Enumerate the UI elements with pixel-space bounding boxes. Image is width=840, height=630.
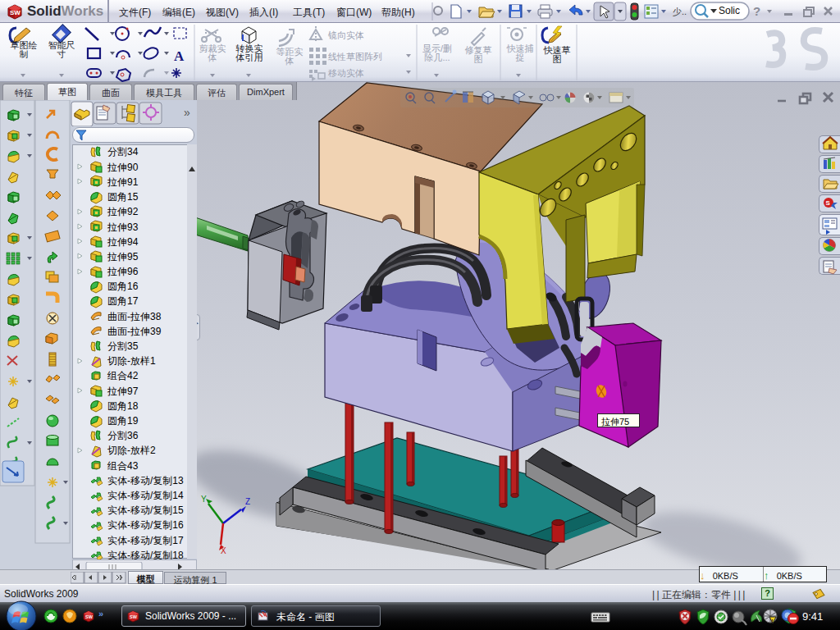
svg-text:实体-移动/复制13: 实体-移动/复制13	[107, 475, 184, 486]
svg-text:分割34: 分割34	[107, 146, 139, 158]
svg-text:实体-移动/复制17: 实体-移动/复制17	[107, 535, 184, 546]
svg-text:拉伸96: 拉伸96	[107, 266, 139, 277]
svg-text:分割36: 分割36	[107, 430, 139, 441]
svg-text:圆角18: 圆角18	[107, 400, 139, 412]
svg-text:SW: SW	[10, 9, 21, 16]
svg-text:少..: 少..	[673, 7, 687, 16]
svg-text:Y: Y	[201, 495, 207, 504]
svg-text:X: X	[221, 546, 226, 555]
svg-text:拉伸94: 拉伸94	[107, 236, 139, 248]
svg-text:切除-放样2: 切除-放样2	[107, 445, 156, 456]
svg-text:实体-移动/复制16: 实体-移动/复制16	[107, 519, 184, 531]
svg-text:曲面-拉伸38: 曲面-拉伸38	[107, 311, 162, 322]
svg-text:Z: Z	[245, 497, 250, 506]
svg-text:Solic: Solic	[719, 5, 740, 16]
svg-text:!: !	[772, 619, 774, 623]
svg-text:A: A	[174, 48, 185, 64]
svg-text:拉伸91: 拉伸91	[107, 176, 139, 188]
svg-text:圆角15: 圆角15	[107, 191, 139, 203]
svg-text:曲面-拉伸39: 曲面-拉伸39	[107, 326, 162, 337]
svg-text:组合43: 组合43	[107, 460, 139, 472]
svg-text:SW: SW	[130, 614, 138, 619]
svg-text:SW: SW	[85, 614, 94, 619]
svg-text:拉伸95: 拉伸95	[107, 251, 139, 262]
svg-text:圆角19: 圆角19	[107, 415, 139, 427]
svg-text:圆角16: 圆角16	[107, 281, 139, 292]
svg-text:»: »	[98, 609, 103, 619]
svg-text:圆角17: 圆角17	[107, 295, 139, 307]
svg-text:组合42: 组合42	[107, 370, 139, 381]
svg-text:拉伸92: 拉伸92	[107, 206, 139, 217]
svg-text:拉伸90: 拉伸90	[107, 162, 139, 173]
svg-text:S: S	[826, 199, 831, 207]
svg-text:切除-放样1: 切除-放样1	[107, 355, 156, 367]
svg-text:拉伸97: 拉伸97	[107, 386, 139, 397]
svg-text:分割35: 分割35	[107, 340, 139, 352]
svg-text:实体-移动/复制15: 实体-移动/复制15	[107, 504, 184, 516]
svg-text:»: »	[184, 106, 190, 119]
svg-text:实体-移动/复制14: 实体-移动/复制14	[107, 490, 184, 501]
svg-text:拉伸93: 拉伸93	[107, 221, 139, 233]
svg-text:实体-移动/复制18: 实体-移动/复制18	[107, 550, 184, 559]
svg-text:?: ?	[753, 4, 760, 18]
